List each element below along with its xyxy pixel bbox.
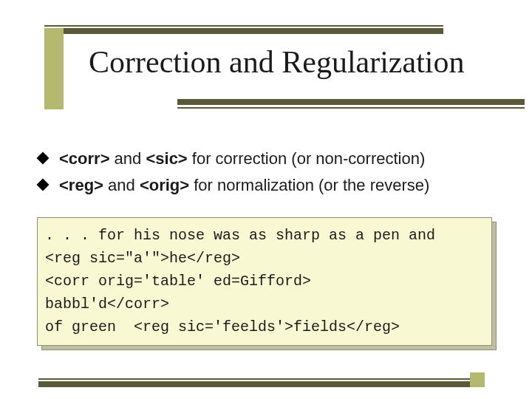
footer-rule-thick — [38, 381, 482, 387]
tag-reg: <reg> — [59, 176, 103, 194]
bullet-rest: for correction (or non-correction) — [188, 149, 426, 168]
bullet-icon — [37, 178, 50, 191]
bullet-list: <corr> and <sic> for correction (or non-… — [38, 148, 497, 200]
bullet-text: <reg> and <orig> for normalization (or t… — [59, 174, 429, 197]
bullet-mid: and — [110, 149, 146, 168]
bullet-mid: and — [103, 176, 140, 194]
footer-accent-square — [470, 372, 485, 387]
tag-sic: <sic> — [146, 149, 187, 168]
bullet-rest: for normalization (or the reverse) — [189, 176, 429, 194]
bullet-text: <corr> and <sic> for correction (or non-… — [59, 148, 425, 170]
accent-square — [44, 28, 64, 109]
tag-corr: <corr> — [59, 149, 110, 168]
slide: Correction and Regularization <corr> and… — [0, 0, 532, 399]
bullet-icon — [37, 152, 50, 165]
top-rule-thin — [44, 25, 443, 27]
title-block: Correction and Regularization — [0, 0, 532, 21]
bullet-item: <reg> and <orig> for normalization (or t… — [38, 174, 497, 197]
under-rule-thick — [177, 99, 525, 105]
under-rule-thin — [177, 107, 525, 109]
footer-rule-thin — [38, 378, 482, 380]
tag-orig: <orig> — [140, 176, 189, 194]
slide-title: Correction and Regularization — [89, 44, 465, 80]
top-rule-thick — [44, 28, 443, 34]
bullet-item: <corr> and <sic> for correction (or non-… — [38, 148, 497, 170]
code-box: . . . for his nose was as sharp as a pen… — [37, 217, 492, 346]
